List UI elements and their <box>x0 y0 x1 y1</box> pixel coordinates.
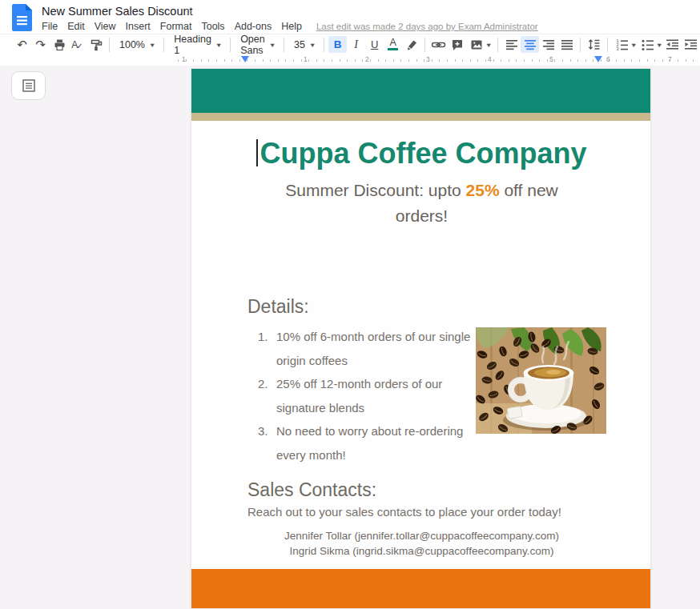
star-icon[interactable]: ☆ <box>184 6 194 18</box>
undo-button[interactable]: ↶ <box>13 36 31 53</box>
doc-heading[interactable]: Cuppa Coffee Company <box>246 136 597 171</box>
menu-help[interactable]: Help <box>276 19 307 34</box>
left-indent-marker[interactable] <box>241 56 249 62</box>
align-right-icon <box>542 38 555 50</box>
highlight-button[interactable] <box>402 36 420 53</box>
app-bar: New Summer Sales Discount ☆ File Edit Vi… <box>0 0 700 34</box>
list-number: 3. <box>258 419 276 467</box>
contact-line: Jennifer Tollar (jennifer.tollar@cuppaco… <box>246 529 597 544</box>
document-canvas: Cuppa Coffee Company Summer Discount: up… <box>0 66 700 609</box>
contacts-section: Sales Contacts: Reach out to your sales … <box>247 479 650 559</box>
paint-format-icon <box>89 38 103 52</box>
paint-format-button[interactable] <box>86 36 105 53</box>
details-heading[interactable]: Details: <box>247 296 650 318</box>
divider <box>284 38 284 52</box>
italic-icon: I <box>354 38 358 51</box>
bold-button[interactable]: B <box>328 36 347 53</box>
insert-comment-button[interactable] <box>448 36 466 53</box>
ruler-label: 5 <box>549 55 553 63</box>
contacts-intro[interactable]: Reach out to your sales contacts to plac… <box>247 505 650 519</box>
menu-edit[interactable]: Edit <box>62 19 90 34</box>
divider <box>424 38 425 52</box>
insert-link-button[interactable] <box>429 36 448 53</box>
right-indent-marker[interactable] <box>594 56 602 62</box>
subtitle-line1: Summer Discount: upto 25% off new <box>246 178 597 203</box>
align-justify-button[interactable] <box>557 36 576 53</box>
document-page[interactable]: Cuppa Coffee Company Summer Discount: up… <box>191 68 651 609</box>
paragraph-style-select[interactable]: Heading 1 ▾ <box>168 36 226 53</box>
menu-addons[interactable]: Add-ons <box>230 19 277 34</box>
redo-icon: ↷ <box>35 38 46 52</box>
align-justify-icon <box>561 38 573 50</box>
subtitle-line2: orders! <box>246 203 597 229</box>
align-center-icon <box>524 38 537 50</box>
decrease-indent-icon <box>666 38 679 51</box>
undo-icon: ↶ <box>17 38 27 52</box>
zoom-select[interactable]: 100% ▾ <box>114 36 159 53</box>
menu-format[interactable]: Format <box>155 19 197 34</box>
align-center-button[interactable] <box>521 36 539 53</box>
list-number: 1. <box>258 325 276 372</box>
divider <box>607 38 608 52</box>
menu-insert[interactable]: Insert <box>121 19 155 34</box>
toolbar: ↶ ↷ A✓ 100% ▾ Hea <box>0 34 700 55</box>
chevron-down-icon: ▾ <box>657 41 661 49</box>
style-value: Heading 1 <box>174 34 211 56</box>
underline-button[interactable]: U <box>365 36 384 53</box>
chevron-down-icon: ▾ <box>631 41 635 49</box>
chevron-down-icon: ▾ <box>150 41 154 49</box>
divider <box>230 38 231 52</box>
redo-button[interactable]: ↷ <box>31 36 50 53</box>
align-left-button[interactable] <box>502 36 521 53</box>
font-size-value: 35 <box>294 39 305 50</box>
numbered-list-button[interactable]: 123 ▾ <box>612 36 638 53</box>
google-docs-app: New Summer Sales Discount ☆ File Edit Vi… <box>0 0 700 609</box>
increase-indent-button[interactable] <box>682 36 700 53</box>
contacts-list[interactable]: Jennifer Tollar (jennifer.tollar@cuppaco… <box>246 529 597 559</box>
contacts-heading[interactable]: Sales Contacts: <box>247 479 650 501</box>
bulleted-list-button[interactable]: ▾ <box>638 36 663 53</box>
text-cursor <box>256 139 258 166</box>
spellcheck-button[interactable]: A✓ <box>68 36 86 53</box>
last-edit-link[interactable]: Last edit was made 2 days ago by Exam Ad… <box>316 22 538 31</box>
print-button[interactable] <box>50 36 68 53</box>
menu-view[interactable]: View <box>90 19 121 34</box>
align-right-button[interactable] <box>539 36 557 53</box>
divider <box>163 38 164 52</box>
comment-icon <box>450 38 465 52</box>
ruler-label: 3 <box>426 55 430 63</box>
align-left-icon <box>505 38 518 50</box>
ruler-label: 6 <box>606 55 610 63</box>
coffee-photo[interactable] <box>476 327 606 434</box>
spellcheck-icon: A✓ <box>71 39 82 50</box>
text-color-icon: A <box>388 38 398 50</box>
text-color-button[interactable]: A <box>384 36 402 53</box>
chevron-down-icon: ▾ <box>310 41 314 49</box>
line-spacing-icon <box>587 38 601 51</box>
italic-button[interactable]: I <box>347 36 365 53</box>
header-teal-band <box>191 69 650 113</box>
font-select[interactable]: Open Sans ▾ <box>235 36 280 53</box>
underline-icon: U <box>371 38 378 50</box>
divider <box>580 38 581 52</box>
docs-logo-icon[interactable] <box>10 3 34 32</box>
list-number: 2. <box>258 372 276 419</box>
ruler-label: 4 <box>488 55 492 63</box>
font-value: Open Sans <box>240 34 265 56</box>
doc-subtitle[interactable]: Summer Discount: upto 25% off new orders… <box>246 178 597 229</box>
show-outline-button[interactable] <box>11 71 46 100</box>
ruler-label: 1 <box>304 55 308 63</box>
line-spacing-button[interactable] <box>585 36 603 53</box>
highlighter-icon <box>404 38 419 52</box>
font-size-select[interactable]: 35 ▾ <box>288 36 320 53</box>
divider <box>324 38 324 52</box>
document-title[interactable]: New Summer Sales Discount <box>42 5 193 18</box>
decrease-indent-button[interactable] <box>663 36 682 53</box>
ruler-label: 2 <box>365 55 369 63</box>
menu-file[interactable]: File <box>37 19 62 34</box>
bulleted-list-icon <box>641 38 654 51</box>
insert-image-button[interactable]: ▾ <box>466 36 493 53</box>
menu-tools[interactable]: Tools <box>196 19 229 34</box>
zoom-value: 100% <box>119 39 145 50</box>
horizontal-ruler: 1 1 2 3 4 5 6 7 <box>0 54 700 66</box>
